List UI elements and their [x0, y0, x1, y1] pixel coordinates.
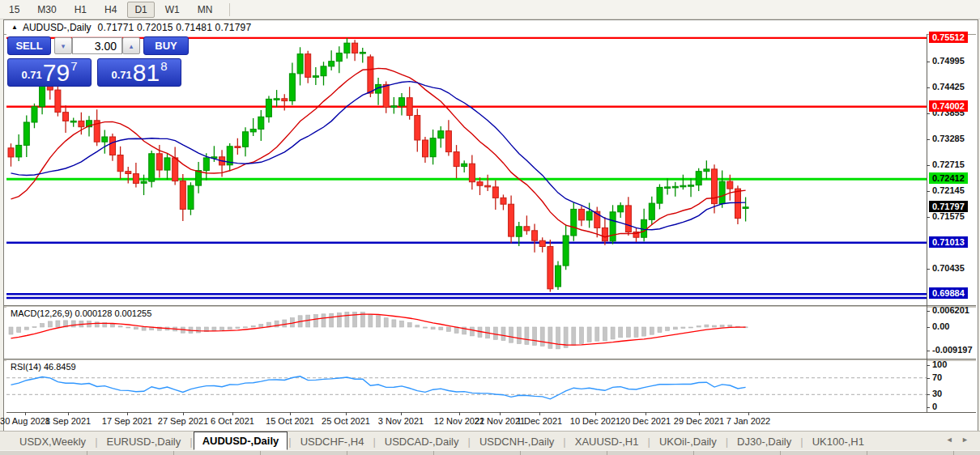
date-tick — [500, 412, 501, 415]
sell-price-big: 79 — [43, 62, 70, 84]
volume-decrease-button[interactable]: ▾ — [54, 37, 72, 54]
date-tick — [459, 412, 460, 415]
tab-dj30-daily[interactable]: DJ30-,Daily — [729, 433, 799, 450]
bottom-panel-divider — [693, 451, 694, 455]
rsi-tick-label: 30 — [932, 389, 942, 398]
timeframe-button-15[interactable]: 15 — [2, 2, 27, 18]
tab-usdchf-h4[interactable]: USDCHF-,H4 — [292, 433, 373, 450]
bottom-panel-divider — [433, 451, 434, 455]
price-tick-label: 0.71575 — [932, 211, 965, 221]
date-label: 27 Sep 2021 — [158, 416, 208, 426]
buy-price-sup: 8 — [160, 59, 167, 73]
sell-price-sup: 7 — [70, 59, 77, 73]
rsi-tick-label: 0 — [932, 402, 937, 411]
date-axis-line — [6, 412, 976, 413]
date-tick — [127, 412, 128, 415]
timeframe-button-mn[interactable]: MN — [190, 2, 220, 18]
tab-uk100-h1[interactable]: UK100-,H1 — [804, 433, 872, 450]
buy-button[interactable]: BUY — [143, 36, 189, 55]
chevron-down-icon: ▾ — [62, 42, 66, 50]
price-tick — [927, 87, 930, 88]
tab-separator: | — [648, 436, 650, 448]
tab-eurusd-daily[interactable]: EURUSD-,Daily — [99, 433, 190, 450]
chart-title-symbol: AUDUSD-,Daily — [23, 22, 92, 33]
sell-price-box[interactable]: 0.71 79 7 — [7, 58, 92, 87]
rsi-panel[interactable] — [6, 360, 927, 412]
sell-price-prefix: 0.71 — [21, 69, 41, 81]
timeframe-button-h1[interactable]: H1 — [67, 2, 94, 18]
date-tick — [401, 412, 402, 415]
tab-scroll-arrows-icon[interactable]: ◄ ► — [946, 436, 972, 444]
chevron-up-icon: ▴ — [130, 42, 134, 50]
bottom-panel-edge — [0, 450, 980, 455]
rsi-tick-label: 100 — [932, 359, 947, 369]
timeframe-button-h4[interactable]: H4 — [97, 2, 124, 18]
collapse-chart-icon[interactable]: ▲ — [11, 23, 18, 31]
date-tick — [539, 412, 540, 415]
price-level-badge: 0.69884 — [929, 287, 968, 299]
date-label: 15 Oct 2021 — [266, 416, 314, 426]
price-level-badge: 0.71013 — [929, 236, 968, 248]
price-tick — [927, 165, 930, 166]
bottom-panel-divider — [867, 451, 867, 455]
date-tick — [290, 412, 291, 415]
price-level-badge: 0.72412 — [929, 172, 968, 184]
date-tick — [646, 412, 646, 415]
price-tick — [927, 62, 930, 62]
rsi-tick — [927, 365, 930, 366]
rsi-tick — [927, 378, 930, 379]
timeframe-toolbar: 15M30H1H4D1W1MN — [0, 0, 980, 19]
macd-label: MACD(12,26,9) 0.000128 0.001255 — [11, 308, 151, 318]
date-label: 29 Dec 2021 — [674, 416, 724, 426]
price-tick-label: 0.72145 — [932, 185, 965, 195]
timeframe-button-d1[interactable]: D1 — [127, 2, 154, 18]
date-label: 17 Sep 2021 — [102, 416, 152, 426]
tab-usdcad-daily[interactable]: USDCAD-,Daily — [377, 433, 467, 450]
macd-tick-label: 0.00 — [932, 321, 949, 331]
macd-tick-label: -0.009197 — [932, 345, 973, 355]
rsi-tick-label: 70 — [932, 372, 942, 382]
date-label: 8 Sep 2021 — [45, 416, 91, 426]
tab-usdx-weekly[interactable]: USDX,Weekly — [11, 433, 94, 450]
tab-separator: | — [288, 436, 291, 448]
tab-separator: | — [95, 436, 97, 448]
buy-price-box[interactable]: 0.71 81 8 — [97, 58, 181, 87]
bottom-panel-divider — [520, 451, 521, 455]
date-label: 1 Dec 2021 — [517, 416, 562, 426]
date-label: 20 Dec 2021 — [620, 416, 671, 426]
date-tick — [699, 412, 700, 415]
buy-price-prefix: 0.71 — [111, 69, 131, 81]
price-tick-label: 0.72715 — [932, 159, 965, 169]
rsi-tick — [927, 394, 930, 395]
bottom-panel-divider — [780, 451, 781, 455]
one-click-trade-panel: SELL ▾ ▴ BUY 0.71 79 7 0.71 81 8 — [7, 36, 189, 87]
bottom-panel-divider — [347, 451, 347, 455]
tab-separator: | — [726, 436, 728, 448]
tab-xauusd-h1[interactable]: XAUUSD-,H1 — [567, 433, 647, 450]
date-tick — [183, 412, 184, 415]
macd-tick — [927, 327, 930, 328]
tab-separator: | — [373, 436, 375, 448]
symbol-tab-bar: USDX,Weekly|EURUSD-,Daily|AUDUSD-,Daily|… — [0, 431, 980, 451]
tab-usdcnh-daily[interactable]: USDCNH-,Daily — [471, 433, 562, 450]
price-axis-line — [927, 34, 927, 412]
timeframe-button-m30[interactable]: M30 — [30, 2, 63, 18]
volume-increase-button[interactable]: ▴ — [122, 37, 140, 54]
bottom-panel-divider — [607, 451, 607, 455]
tab-ukoil-daily[interactable]: UKOil-,Daily — [651, 433, 725, 450]
volume-input[interactable] — [72, 37, 122, 54]
macd-tick-label: 0.006201 — [932, 305, 969, 315]
bottom-panel-divider — [87, 451, 87, 455]
price-tick — [927, 113, 930, 114]
date-tick — [346, 412, 347, 415]
date-label: 7 Jan 2022 — [726, 416, 770, 426]
date-tick — [25, 412, 26, 415]
tab-separator: | — [190, 436, 192, 448]
sell-button[interactable]: SELL — [7, 36, 51, 55]
macd-tick — [927, 311, 930, 312]
timeframe-button-w1[interactable]: W1 — [158, 2, 187, 18]
tab-separator: | — [563, 436, 565, 448]
tab-audusd-daily[interactable]: AUDUSD-,Daily — [194, 432, 288, 450]
tab-separator: | — [468, 436, 471, 448]
chart-title-bar: ▲ AUDUSD-,Daily 0.71771 0.72015 0.71481 … — [4, 20, 976, 35]
